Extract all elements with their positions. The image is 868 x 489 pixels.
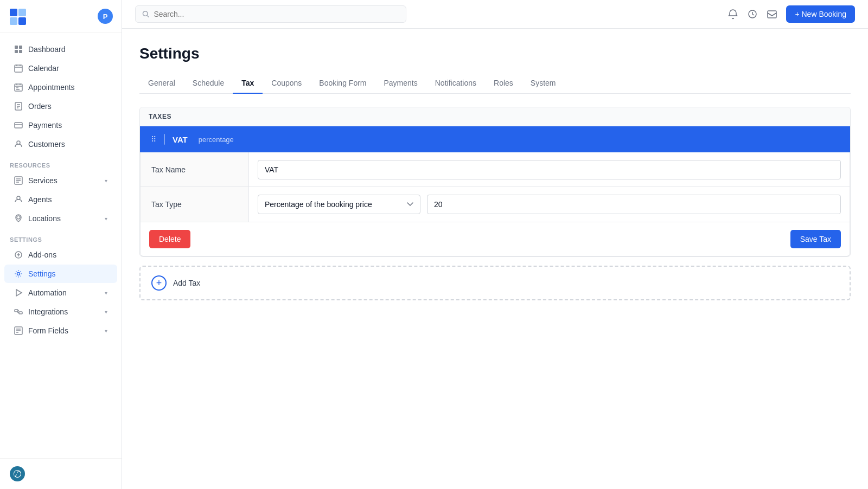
- locations-icon: [14, 214, 23, 223]
- main-nav: Dashboard Calendar Appointments Orders P…: [0, 33, 122, 347]
- settings-tabs: General Schedule Tax Coupons Booking For…: [139, 73, 851, 94]
- sidebar-item-settings[interactable]: Settings: [4, 265, 117, 283]
- sidebar-item-calendar[interactable]: Calendar: [4, 59, 117, 78]
- form-fields-icon: [14, 326, 23, 335]
- sidebar-item-label: Agents: [28, 195, 52, 204]
- svg-point-24: [17, 141, 20, 144]
- tab-system[interactable]: System: [522, 73, 565, 94]
- sidebar-item-label: Orders: [28, 102, 52, 111]
- sidebar-item-label: Locations: [28, 214, 61, 223]
- appointments-icon: [14, 83, 23, 92]
- sidebar-item-customers[interactable]: Customers: [4, 135, 117, 153]
- svg-rect-36: [15, 310, 18, 312]
- settings-section-label: SETTINGS: [0, 231, 122, 245]
- svg-point-29: [17, 196, 20, 200]
- sidebar-item-orders[interactable]: Orders: [4, 97, 117, 115]
- sidebar-item-label: Dashboard: [28, 45, 66, 54]
- search-input[interactable]: [154, 10, 399, 18]
- chevron-down-icon: ▾: [105, 290, 107, 296]
- vat-tax-row[interactable]: ⠿ VAT percentage: [140, 126, 850, 152]
- page-title: Settings: [139, 45, 851, 62]
- sidebar-item-form-fields[interactable]: Form Fields ▾: [4, 321, 117, 340]
- sidebar-item-integrations[interactable]: Integrations ▾: [4, 303, 117, 321]
- tab-coupons[interactable]: Coupons: [263, 73, 310, 94]
- taxes-section-header: TAXES: [140, 107, 850, 126]
- wordpress-icon[interactable]: [10, 466, 25, 481]
- svg-point-45: [143, 11, 148, 16]
- sidebar-item-dashboard[interactable]: Dashboard: [4, 40, 117, 59]
- sidebar-item-label: Add-ons: [28, 250, 56, 259]
- addons-icon: [14, 250, 23, 259]
- search-box[interactable]: [135, 5, 406, 23]
- chevron-down-icon: ▾: [105, 328, 107, 334]
- user-avatar[interactable]: P: [98, 9, 113, 24]
- tab-schedule[interactable]: Schedule: [184, 73, 233, 94]
- settings-content: Settings General Schedule Tax Coupons Bo…: [122, 29, 868, 489]
- tax-type-row: Tax Type Percentage of the booking price…: [141, 187, 850, 222]
- tab-roles[interactable]: Roles: [485, 73, 522, 94]
- svg-rect-37: [19, 312, 22, 314]
- delete-tax-button[interactable]: Delete: [149, 230, 190, 248]
- sidebar-item-payments[interactable]: Payments: [4, 116, 117, 134]
- sidebar-item-locations[interactable]: Locations ▾: [4, 209, 117, 228]
- tax-form: Tax Name Tax Type Percentage of the book…: [140, 152, 850, 222]
- save-tax-button[interactable]: Save Tax: [790, 230, 841, 248]
- tax-name-value-cell: [249, 153, 850, 186]
- clock-icon[interactable]: [747, 9, 758, 20]
- add-tax-row[interactable]: + Add Tax: [139, 266, 851, 300]
- svg-rect-1: [18, 9, 26, 16]
- search-icon: [142, 10, 149, 18]
- sidebar-item-agents[interactable]: Agents: [4, 190, 117, 209]
- app-logo: [9, 8, 26, 25]
- svg-point-30: [17, 216, 20, 219]
- tab-tax[interactable]: Tax: [233, 73, 263, 94]
- svg-point-34: [17, 273, 20, 275]
- svg-rect-7: [19, 50, 22, 53]
- tax-type-label: Tax Type: [141, 187, 249, 222]
- svg-line-46: [147, 15, 149, 17]
- svg-rect-48: [768, 11, 776, 18]
- sidebar-item-label: Services: [28, 176, 58, 185]
- add-tax-icon: +: [151, 275, 167, 291]
- tax-amount-input[interactable]: [427, 195, 841, 214]
- sidebar-item-appointments[interactable]: Appointments: [4, 78, 117, 96]
- resources-section-label: RESOURCES: [0, 157, 122, 171]
- tax-name-label: Tax Name: [141, 152, 249, 186]
- tab-general[interactable]: General: [139, 73, 184, 94]
- bell-icon[interactable]: [727, 9, 738, 20]
- integrations-icon: [14, 307, 23, 316]
- add-tax-label: Add Tax: [173, 279, 200, 287]
- tab-booking-form[interactable]: Booking Form: [310, 73, 375, 94]
- new-booking-button[interactable]: + New Booking: [786, 5, 855, 23]
- drag-handle-icon: ⠿: [151, 135, 156, 144]
- sidebar-item-label: Customers: [28, 140, 65, 149]
- agents-icon: [14, 195, 23, 204]
- chevron-down-icon: ▾: [105, 309, 107, 315]
- vat-tax-badge: percentage: [199, 136, 234, 144]
- inbox-icon[interactable]: [767, 9, 777, 20]
- sidebar-item-services[interactable]: Services ▾: [4, 171, 117, 190]
- tax-name-row: Tax Name: [141, 152, 850, 187]
- sidebar-item-label: Payments: [28, 121, 62, 130]
- sidebar-item-label: Calendar: [28, 64, 59, 73]
- automation-icon: [14, 288, 23, 297]
- divider: [164, 134, 165, 145]
- svg-rect-2: [10, 17, 17, 25]
- sidebar-item-label: Appointments: [28, 83, 75, 92]
- sidebar: P Dashboard Calendar Appointments Orders…: [0, 0, 122, 489]
- tab-payments[interactable]: Payments: [375, 73, 426, 94]
- main-content: + New Booking Settings General Schedule …: [122, 0, 868, 489]
- sidebar-header: P: [0, 0, 122, 33]
- sidebar-item-automation[interactable]: Automation ▾: [4, 284, 117, 302]
- services-icon: [14, 176, 23, 185]
- tax-type-select[interactable]: Percentage of the booking price Fixed am…: [258, 195, 420, 214]
- sidebar-item-label: Form Fields: [28, 326, 68, 335]
- chevron-down-icon: ▾: [105, 216, 107, 222]
- dashboard-icon: [14, 45, 23, 54]
- tab-notifications[interactable]: Notifications: [426, 73, 485, 94]
- sidebar-item-label: Settings: [28, 269, 56, 278]
- taxes-section: TAXES ⠿ VAT percentage Tax Name: [139, 107, 851, 257]
- tax-name-input[interactable]: [258, 160, 841, 179]
- topbar-icons: + New Booking: [727, 5, 855, 23]
- sidebar-item-addons[interactable]: Add-ons: [4, 246, 117, 264]
